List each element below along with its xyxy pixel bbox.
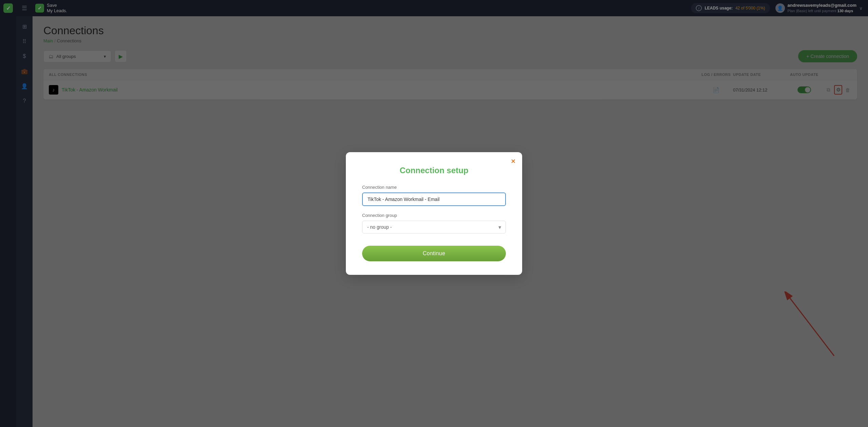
connection-name-input[interactable]	[362, 192, 506, 206]
connection-group-group: Connection group - no group -	[362, 213, 506, 233]
connection-group-label: Connection group	[362, 213, 506, 218]
connection-group-select[interactable]: - no group -	[362, 221, 506, 233]
connection-name-label: Connection name	[362, 185, 506, 190]
continue-button[interactable]: Continue	[362, 246, 506, 261]
modal-close-button[interactable]: ×	[511, 158, 515, 165]
modal-overlay[interactable]: × Connection setup Connection name Conne…	[0, 0, 868, 427]
connection-setup-modal: × Connection setup Connection name Conne…	[346, 152, 522, 275]
connection-name-group: Connection name	[362, 185, 506, 206]
connection-group-wrapper: - no group -	[362, 221, 506, 233]
modal-title: Connection setup	[362, 166, 506, 175]
